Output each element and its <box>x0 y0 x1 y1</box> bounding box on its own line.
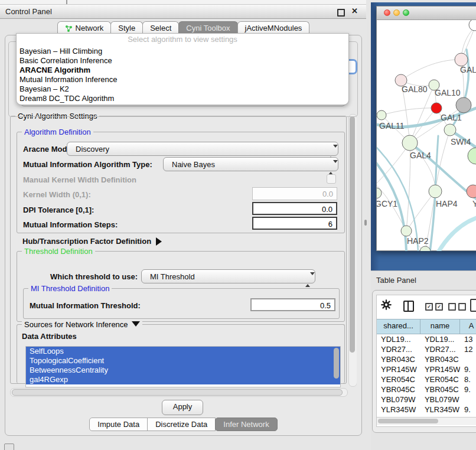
dpi-tolerance-input[interactable]: 0.0 <box>252 202 337 215</box>
unselect-all-checkboxes-icon[interactable] <box>448 303 466 311</box>
hub-definition-label: Hub/Transcription Factor Definition <box>22 237 151 246</box>
splitpane-handle[interactable] <box>364 220 367 226</box>
table-cell: YBR045C <box>377 384 420 394</box>
expanded-arrow-icon <box>132 321 140 327</box>
network-node[interactable] <box>401 226 412 236</box>
attribute-item[interactable]: SelfLoops <box>26 347 340 356</box>
column-header[interactable]: shared... <box>377 319 420 334</box>
gear-icon[interactable] <box>381 299 392 310</box>
threshold-definition-group: Threshold Definition Which threshold to … <box>17 251 345 322</box>
table-horizontal-scrollbar[interactable] <box>377 417 476 425</box>
table-header: shared...nameA <box>377 319 476 334</box>
algorithm-option[interactable]: Basic Correlation Inference <box>17 56 348 66</box>
split-divider-notch[interactable] <box>66 0 67 4</box>
network-node[interactable] <box>467 185 476 198</box>
close-icon[interactable]: ✕ <box>351 6 358 15</box>
network-node[interactable] <box>456 97 471 113</box>
bottom-tab-impute-data[interactable]: Impute Data <box>89 418 148 431</box>
settings-vertical-scrollbar[interactable] <box>348 114 357 387</box>
column-header[interactable]: name <box>420 319 460 334</box>
bottom-tab-infer-network[interactable]: Infer Network <box>215 418 277 431</box>
minimized-panel-icon[interactable] <box>4 444 14 450</box>
scrollbar-thumb[interactable] <box>350 116 355 353</box>
table-cell: YDL19... <box>377 334 420 344</box>
aracne-mode-combobox[interactable]: Discovery <box>67 142 338 156</box>
attribute-item[interactable]: BetweennessCentrality <box>26 366 340 375</box>
mi-algorithm-type-value: Naive Bayes <box>172 160 215 169</box>
select-all-checkboxes-icon[interactable]: ✓✓ <box>425 303 443 311</box>
table-row[interactable]: YLR345WYLR345W9. <box>377 405 476 415</box>
mi-threshold-label: Mutual Information Threshold: <box>30 301 141 310</box>
attribute-item[interactable]: gal4RGexp <box>26 375 340 384</box>
table-cell: 9. <box>460 364 476 374</box>
mi-steps-input[interactable]: 6 <box>252 217 337 230</box>
hub-definition-toggle[interactable]: Hub/Transcription Factor Definition <box>22 237 162 246</box>
algorithm-option[interactable]: ARACNE Algorithm <box>17 66 348 75</box>
algorithm-option[interactable]: Dream8 DC_TDC Algorithm <box>17 94 348 103</box>
table-row[interactable]: YER054CYER054C8. <box>377 374 476 384</box>
table-row[interactable]: YPR145WYPR145W9. <box>377 364 476 374</box>
node-label: SWI4 <box>451 137 471 146</box>
which-threshold-combobox[interactable]: MI Threshold <box>141 269 315 283</box>
network-node[interactable] <box>468 148 476 164</box>
network-node[interactable] <box>402 135 418 151</box>
attribute-item[interactable]: TopologicalCoefficient <box>26 356 340 366</box>
network-node[interactable] <box>429 185 442 198</box>
algorithm-definition-title: Algorithm Definition <box>22 128 93 136</box>
network-node[interactable] <box>377 188 382 198</box>
manual-kernel-width-checkbox[interactable] <box>327 174 336 184</box>
network-window-titlebar[interactable] <box>377 6 476 20</box>
column-header[interactable]: A <box>460 319 476 334</box>
attributes-scrollbar[interactable] <box>334 348 339 379</box>
table-cell: YBR043C <box>420 354 460 364</box>
network-node[interactable] <box>420 246 431 251</box>
network-node[interactable] <box>431 103 442 113</box>
aracne-mode-value: Discovery <box>76 145 109 154</box>
window-top-strip <box>0 0 366 5</box>
node-label: HAP4 <box>436 199 458 208</box>
document-icon[interactable] <box>470 299 476 312</box>
sources-title[interactable]: Sources for Network Inference <box>22 320 142 329</box>
algorithm-option[interactable]: Mutual Information Inference <box>17 75 348 84</box>
network-node[interactable] <box>455 53 468 66</box>
content-frame: galFiltered.sif default node Select algo… <box>5 35 362 436</box>
data-attributes-label: Data Attributes <box>22 332 77 341</box>
table-row[interactable]: YDL19...YDL19...13 <box>377 334 476 344</box>
bottom-tab-discretize-data[interactable]: Discretize Data <box>147 418 216 431</box>
close-traffic-light-icon[interactable] <box>384 9 390 16</box>
float-window-icon[interactable] <box>337 9 345 17</box>
columns-icon[interactable] <box>403 301 414 312</box>
sources-group: Sources for Network Inference Data Attri… <box>17 324 345 383</box>
minimize-traffic-light-icon[interactable] <box>393 9 400 16</box>
scrollbar-thumb[interactable] <box>12 389 343 396</box>
algorithm-definition-group: Algorithm Definition Aracne Mode: Discov… <box>17 132 345 233</box>
zoom-traffic-light-icon[interactable] <box>403 9 409 16</box>
node-label: GAL10 <box>435 88 461 97</box>
network-node[interactable] <box>469 20 476 31</box>
sources-title-text: Sources for Network Inference <box>24 320 128 329</box>
scrollbar-thumb[interactable] <box>378 419 438 423</box>
network-node[interactable] <box>377 110 386 120</box>
settings-horizontal-scrollbar[interactable] <box>10 388 348 397</box>
table-row[interactable]: YJL052CYJL052C9 <box>377 415 476 416</box>
network-node[interactable] <box>444 124 456 136</box>
node-label: GAL <box>460 65 476 74</box>
kernel-width-input[interactable]: 0.0 <box>252 187 337 200</box>
table-row[interactable]: YDR27...YDR27...12 <box>377 344 476 354</box>
network-canvas[interactable]: GALGAL80GAL10GAL1GAL11SWI4GAL4GCY1HAP4YH… <box>377 20 476 251</box>
table-row[interactable]: YBR043CYBR043C <box>377 354 476 364</box>
dropdown-placeholder: Select algorithm to view settings <box>17 34 348 45</box>
mi-algorithm-type-combobox[interactable]: Naive Bayes <box>163 157 338 171</box>
combo-spinner-icon <box>305 273 310 287</box>
table-cell: YER054C <box>420 374 460 384</box>
node-label: GCY1 <box>377 199 397 208</box>
algorithm-option[interactable]: Bayesian – K2 <box>17 84 348 94</box>
algorithm-option[interactable]: Bayesian – Hill Climbing <box>17 47 348 56</box>
table-cell: YPR145W <box>420 364 460 374</box>
table-row[interactable]: YBR045CYBR045C9. <box>377 384 476 394</box>
apply-button[interactable]: Apply <box>162 400 203 415</box>
data-attributes-list[interactable]: SelfLoopsTopologicalCoefficientBetweenne… <box>25 346 341 387</box>
mi-threshold-input[interactable]: 0.5 <box>250 298 335 311</box>
table-row[interactable]: YBL079WYBL079W <box>377 394 476 405</box>
table-panel-title: Table Panel <box>376 276 416 285</box>
